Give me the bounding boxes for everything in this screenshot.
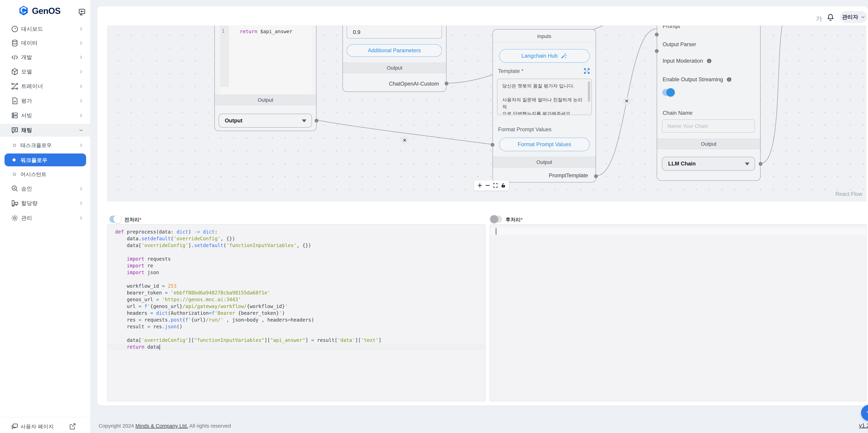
line-number: 1: [222, 28, 225, 34]
input-handle[interactable]: [655, 49, 659, 53]
notification-bell-icon[interactable]: [826, 13, 835, 23]
sidebar-item-admin[interactable]: 관리: [0, 212, 91, 224]
sidebar-item-model[interactable]: 모델: [0, 65, 91, 78]
output-port-label: ChatOpenAI-Custom: [389, 81, 439, 87]
additional-parameters-button[interactable]: Additional Parameters: [347, 44, 442, 57]
temperature-input[interactable]: 0.9: [347, 26, 442, 38]
zoom-out-icon[interactable]: [485, 183, 491, 188]
text-caret: [495, 228, 497, 235]
chat-icon: [11, 126, 19, 134]
node-chatopenai[interactable]: 0.9 Additional Parameters Output ChatOpe…: [342, 26, 446, 92]
sidebar-item-serving[interactable]: 서빙: [0, 109, 91, 122]
chevron-right-icon: [79, 55, 84, 60]
output-section-header: Output: [343, 62, 446, 73]
code-icon: [11, 53, 19, 61]
external-link-icon[interactable]: [69, 423, 76, 430]
expand-icon[interactable]: [583, 67, 590, 75]
chevron-right-icon: [79, 40, 84, 46]
output-handle[interactable]: [444, 82, 448, 85]
template-text: 당신은 챗봇의 품질 평가자 입니다. 사용자의 질문에 얼마나 친절하게 논리…: [502, 83, 585, 115]
sidebar-user-page[interactable]: 사용자 페이지: [0, 420, 91, 433]
output-port-label: PromptTemplate: [549, 173, 588, 179]
reactflow-attribution: React Flow: [835, 191, 862, 197]
chevron-right-icon: [79, 143, 84, 148]
sidebar-item-taskflow[interactable]: 태스크플로우: [0, 139, 91, 152]
chain-type-select[interactable]: LLM Chain: [662, 157, 755, 171]
input-moderation-row: Input Moderation: [663, 58, 712, 64]
scroll-to-top-button[interactable]: [861, 405, 868, 421]
bullet-circle-icon: [13, 173, 16, 176]
chain-name-input[interactable]: Name Your Chain: [662, 119, 755, 133]
toggle-knob: [666, 88, 675, 96]
lock-icon[interactable]: [500, 183, 506, 188]
edge-delete-button[interactable]: ✕: [401, 136, 409, 144]
preprocess-code: def preprocess(data: dict) -> dict: data…: [107, 228, 485, 350]
report-icon: [11, 97, 19, 105]
postprocess-toggle-off[interactable]: [491, 216, 502, 223]
sidebar-item-quota[interactable]: 할당량: [0, 197, 91, 210]
code-editor-mini[interactable]: 1 return $api_answer: [220, 26, 312, 95]
genos-logo-icon: [19, 5, 29, 16]
preprocess-label: 전처리*: [124, 216, 141, 223]
template-label: Template *: [498, 68, 524, 74]
zoom-in-icon[interactable]: [477, 183, 483, 188]
workflow-canvas[interactable]: ✕ ✕ 1 return $api_answer Output Output 0…: [107, 26, 866, 202]
preprocess-toggle-on[interactable]: [110, 216, 121, 223]
streaming-toggle-on[interactable]: [662, 89, 674, 96]
textarea-scrollbar[interactable]: [588, 82, 590, 102]
sidebar-item-evaluation[interactable]: 평가: [0, 94, 91, 107]
sidebar-item-approval[interactable]: 승인: [0, 182, 91, 195]
sidebar-item-develop[interactable]: 개발: [0, 51, 91, 64]
prompt-row-label: Prompt: [663, 26, 680, 29]
sidebar-divider: [0, 417, 91, 417]
sidebar-item-data[interactable]: 데이터: [0, 37, 91, 50]
chevron-right-icon: [79, 215, 84, 221]
footer-copyright: Copyright 2024 Minds & Company Ltd. All …: [99, 423, 231, 429]
chevron-down-icon: [79, 128, 84, 133]
output-handle[interactable]: [594, 174, 598, 178]
node-llm-chain[interactable]: Prompt Output Parser Input Moderation En…: [657, 26, 761, 181]
chevron-right-icon: [79, 84, 84, 89]
chevron-down-icon: [745, 162, 749, 165]
toggle-knob: [113, 215, 121, 223]
format-prompt-values-label: Format Prompt Values: [498, 126, 552, 133]
sidebar-collapse-icon[interactable]: [78, 8, 86, 16]
chevron-right-icon: [79, 186, 84, 191]
postprocess-code-editor[interactable]: [490, 224, 867, 401]
input-handle[interactable]: [491, 143, 494, 147]
chevron-down-icon: [861, 15, 865, 19]
chevron-down-icon: [302, 119, 306, 122]
edge-delete-button[interactable]: ✕: [623, 97, 631, 105]
gear-icon: [11, 214, 19, 222]
dashboard-icon: [11, 25, 19, 33]
font-size-button[interactable]: 가: [816, 14, 822, 23]
profile-menu[interactable]: 관리자: [840, 11, 867, 23]
sidebar: GenOS 대시보드 데이터 개발 모델 트레이너 평가 서빙: [0, 0, 91, 433]
company-link[interactable]: Minds & Company Ltd.: [135, 423, 188, 429]
output-handle[interactable]: [315, 119, 318, 123]
input-handle[interactable]: [655, 33, 659, 36]
enable-output-streaming-row: Enable Output Streaming: [663, 76, 732, 83]
langchain-hub-button[interactable]: Langchain Hub: [499, 49, 590, 63]
output-select[interactable]: Output: [219, 114, 312, 128]
sidebar-item-assistant[interactable]: 어시스턴트: [0, 168, 91, 181]
sidebar-item-workflow-active[interactable]: 워크플로우: [4, 153, 86, 166]
node-custom-function[interactable]: 1 return $api_answer Output Output: [214, 26, 316, 131]
template-textarea[interactable]: 당신은 챗봇의 품질 평가자 입니다. 사용자의 질문에 얼마나 친절하게 논리…: [497, 79, 592, 115]
bullet-dot-icon: [12, 158, 16, 161]
output-handle[interactable]: [758, 162, 763, 166]
chain-name-label: Chain Name: [663, 110, 692, 116]
canvas-controls: [474, 180, 509, 190]
fit-view-icon[interactable]: [493, 183, 498, 188]
sidebar-item-dashboard[interactable]: 대시보드: [0, 23, 91, 35]
info-icon: [706, 58, 712, 64]
server-icon: [11, 112, 19, 119]
chevron-right-icon: [79, 69, 84, 74]
sidebar-item-chat[interactable]: 채팅: [0, 124, 91, 136]
preprocess-code-editor[interactable]: def preprocess(data: dict) -> dict: data…: [107, 224, 486, 401]
sidebar-item-trainer[interactable]: 트레이너: [0, 80, 91, 93]
magic-wand-icon: [560, 53, 567, 59]
format-prompt-values-button[interactable]: Format Prompt Values: [499, 138, 590, 151]
version-link[interactable]: v1.2.2: [859, 422, 868, 429]
node-prompttemplate[interactable]: Inputs Langchain Hub Template * 당신은 챗봇의 …: [493, 29, 596, 183]
